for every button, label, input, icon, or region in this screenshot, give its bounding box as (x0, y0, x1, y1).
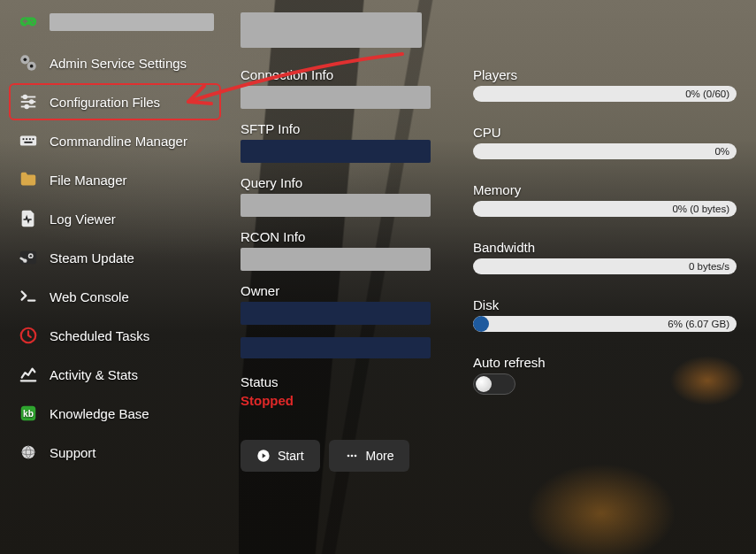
sidebar: Admin Service Settings Configuration Fil… (0, 0, 221, 554)
svg-rect-14 (33, 138, 34, 140)
sidebar-item-label: Admin Service Settings (50, 56, 187, 71)
sidebar-item-label: Configuration Files (50, 95, 160, 110)
svg-point-3 (30, 65, 34, 68)
disk-progress-text: 6% (6.07 GB) (668, 319, 729, 329)
steam-icon (16, 248, 41, 267)
sidebar-item-label: Web Console (50, 289, 129, 304)
svg-point-28 (350, 455, 353, 458)
svg-point-7 (24, 96, 27, 99)
sliders-icon (16, 92, 41, 112)
redacted-sftp-value (241, 140, 431, 163)
redacted-owner-value (241, 302, 431, 325)
rcon-info-label: RCON Info (241, 229, 431, 244)
svg-point-9 (25, 105, 28, 109)
sidebar-item-admin-service-settings[interactable]: Admin Service Settings (9, 44, 221, 81)
svg-rect-16 (20, 251, 36, 265)
memory-progress-text: 0% (0 bytes) (672, 204, 729, 214)
auto-refresh-label: Auto refresh (473, 355, 737, 370)
more-button[interactable]: More (329, 440, 410, 472)
sidebar-item-label: Steam Update (50, 250, 134, 265)
keyboard-icon (16, 131, 41, 150)
owner-label: Owner (241, 283, 431, 298)
sidebar-item-label: Support (50, 445, 96, 460)
sidebar-item-label: File Manager (50, 173, 127, 188)
bandwidth-progress-text: 0 bytes/s (689, 261, 729, 272)
sftp-info-label: SFTP Info (241, 121, 431, 136)
auto-refresh-toggle[interactable] (473, 373, 515, 395)
status-value: Stopped (241, 393, 431, 408)
start-button-label: Start (278, 449, 304, 463)
kb-icon: kb (16, 404, 41, 423)
disk-label: Disk (473, 297, 737, 312)
players-label: Players (473, 67, 737, 82)
svg-rect-13 (29, 138, 31, 140)
sidebar-item-steam-update[interactable]: Steam Update (9, 239, 221, 276)
svg-point-27 (347, 455, 349, 458)
play-icon (256, 449, 271, 463)
bandwidth-label: Bandwidth (473, 240, 737, 255)
redacted-connection-value (241, 86, 431, 109)
status-label: Status (241, 374, 431, 389)
main-panel: Connection Info SFTP Info Query Info RCO… (221, 0, 756, 554)
sidebar-item-label: Activity & Stats (50, 367, 138, 382)
query-info-label: Query Info (241, 175, 431, 190)
clock-icon (16, 326, 41, 345)
sidebar-item-label: Scheduled Tasks (50, 328, 149, 343)
svg-point-1 (24, 58, 27, 62)
gear-icon (16, 53, 41, 73)
cpu-progress-text: 0% (714, 146, 729, 157)
redacted-extra-value (241, 337, 431, 358)
bandwidth-progress: 0 bytes/s (473, 258, 737, 274)
sidebar-item-label: Knowledge Base (50, 406, 149, 421)
svg-point-18 (29, 255, 32, 258)
folder-icon (16, 170, 41, 189)
sidebar-item-label: Log Viewer (50, 212, 116, 227)
sidebar-header (9, 9, 221, 44)
dots-icon (345, 449, 359, 463)
file-pulse-icon (16, 209, 41, 228)
sidebar-item-commandline-manager[interactable]: Commandline Manager (9, 122, 221, 159)
sidebar-item-support[interactable]: Support (9, 434, 221, 471)
cpu-label: CPU (473, 125, 737, 140)
redacted-server-name (50, 13, 214, 31)
start-button[interactable]: Start (241, 440, 320, 472)
svg-point-24 (22, 446, 35, 459)
svg-rect-15 (24, 142, 32, 143)
svg-rect-10 (20, 136, 36, 146)
disk-progress: 6% (6.07 GB) (473, 316, 737, 332)
cpu-progress: 0% (473, 143, 737, 159)
sidebar-item-configuration-files[interactable]: Configuration Files (9, 83, 221, 120)
more-button-label: More (366, 449, 394, 463)
game-controller-icon (16, 12, 41, 32)
sidebar-item-web-console[interactable]: Web Console (9, 278, 221, 315)
sidebar-item-label: Commandline Manager (50, 134, 187, 149)
memory-label: Memory (473, 182, 737, 197)
players-progress: 0% (0/60) (473, 86, 737, 102)
svg-rect-12 (26, 138, 27, 140)
globe-icon (16, 442, 41, 462)
terminal-icon (16, 287, 41, 306)
sidebar-item-log-viewer[interactable]: Log Viewer (9, 200, 221, 237)
svg-point-8 (30, 100, 34, 104)
players-progress-text: 0% (0/60) (685, 88, 729, 99)
sidebar-item-scheduled-tasks[interactable]: Scheduled Tasks (9, 317, 221, 354)
svg-point-29 (354, 455, 356, 458)
svg-rect-11 (23, 138, 25, 140)
redacted-server-title (241, 12, 422, 48)
sidebar-item-knowledge-base[interactable]: kb Knowledge Base (9, 395, 221, 432)
connection-info-label: Connection Info (241, 67, 431, 82)
svg-text:kb: kb (23, 409, 34, 419)
redacted-query-value (241, 194, 431, 217)
redacted-rcon-value (241, 248, 431, 271)
chart-icon (16, 365, 41, 384)
sidebar-item-file-manager[interactable]: File Manager (9, 161, 221, 198)
memory-progress: 0% (0 bytes) (473, 201, 737, 217)
sidebar-item-activity-stats[interactable]: Activity & Stats (9, 356, 221, 393)
